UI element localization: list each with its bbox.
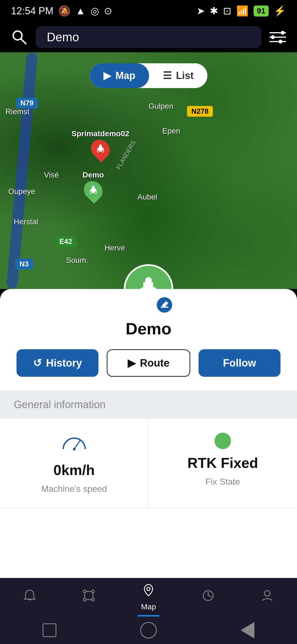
road-n278: N278	[187, 106, 213, 117]
home-circle-button[interactable]	[139, 621, 158, 640]
route-icon: ▶	[128, 357, 136, 369]
label-riemst: Riemst	[6, 107, 29, 116]
battery-charging-icon: ⊡	[223, 5, 231, 17]
general-info-title: General information	[14, 399, 106, 410]
edit-avatar-button[interactable]	[156, 296, 173, 314]
status-left: 12:54 PM 🔕 ▲ ◎ ⊙	[11, 5, 112, 17]
road-e42: E42	[55, 236, 76, 247]
svg-point-4	[279, 40, 282, 43]
map-area[interactable]: N79 N278 E42 N3 Riemst Gulpen Epen Visé …	[0, 52, 297, 289]
status-right: ➤ ✱ ⊡ 📶 91 ⚡	[197, 5, 286, 17]
circle-icon: ⊙	[104, 5, 112, 17]
follow-label: Follow	[223, 357, 256, 369]
label-herve: Herve	[105, 244, 125, 252]
clock-icon	[201, 589, 215, 606]
vehicle-name: Demo	[0, 289, 297, 349]
svg-point-46	[265, 591, 270, 596]
search-input-value[interactable]: Demo	[47, 30, 79, 44]
send-icon: ➤	[197, 5, 205, 17]
nav-history[interactable]	[201, 589, 215, 606]
marker-sprimat-pin	[87, 136, 114, 162]
svg-point-35	[83, 590, 86, 593]
history-label: History	[46, 357, 82, 369]
back-square-button[interactable]	[40, 621, 59, 640]
zones-icon	[82, 589, 96, 606]
road-n79: N79	[16, 98, 38, 108]
map-tab[interactable]: ▶ Map	[90, 63, 149, 88]
history-button[interactable]: ↺ History	[16, 349, 98, 377]
history-icon: ↺	[33, 357, 42, 369]
tractor-icon-large	[133, 274, 164, 289]
search-bar: Demo	[0, 22, 297, 52]
nav-zones[interactable]	[82, 589, 96, 606]
mute-icon: 🔕	[58, 5, 71, 17]
nav-map[interactable]: Map	[141, 583, 156, 611]
system-nav	[0, 616, 297, 644]
search-icon[interactable]	[8, 26, 30, 48]
nav-map-label: Map	[141, 602, 156, 611]
status-bar: 12:54 PM 🔕 ▲ ◎ ⊙ ➤ ✱ ⊡ 📶 91 ⚡	[0, 0, 297, 22]
marker-demo-label: Demo	[82, 171, 104, 179]
route-button[interactable]: ▶ Route	[107, 349, 190, 377]
label-soum: Soum.	[66, 256, 88, 265]
svg-line-1	[21, 39, 26, 44]
bell-icon	[23, 589, 37, 606]
svg-point-2	[281, 31, 285, 35]
action-buttons: ↺ History ▶ Route Follow	[0, 349, 297, 391]
speed-cell: 0km/h Machine's speed	[0, 419, 148, 508]
map-list-toggle[interactable]: ▶ Map ☰ List	[90, 63, 207, 88]
follow-button[interactable]: Follow	[199, 349, 280, 377]
speed-value: 0km/h	[53, 462, 95, 478]
filter-icon[interactable]	[267, 26, 289, 48]
square-icon	[43, 623, 56, 637]
svg-point-36	[92, 590, 94, 593]
speed-label: Machine's speed	[41, 484, 107, 494]
map-tab-icon: ▶	[103, 70, 111, 81]
svg-point-3	[271, 35, 275, 39]
label-epen: Epen	[162, 127, 180, 135]
nav-alerts[interactable]	[23, 589, 37, 606]
svg-point-43	[147, 587, 150, 591]
rtk-status-dot	[215, 433, 231, 449]
label-oupeye: Oupeye	[8, 187, 35, 196]
list-tab[interactable]: ☰ List	[149, 63, 207, 88]
map-tractor-fab[interactable]	[124, 264, 173, 289]
section-general-info: General information	[0, 391, 297, 419]
map-pin-icon	[142, 583, 155, 600]
svg-point-17	[99, 144, 101, 147]
route-label: Route	[140, 357, 170, 369]
search-input-container[interactable]: Demo	[36, 26, 261, 48]
list-tab-icon: ☰	[163, 70, 172, 81]
marker-demo-pin	[80, 177, 106, 204]
circle-icon	[140, 622, 157, 638]
marker-sprimat[interactable]: Sprimatdemo02	[72, 129, 129, 159]
nav-icon: ▲	[76, 5, 86, 17]
list-tab-label: List	[176, 70, 194, 81]
rtk-value: RTK Fixed	[187, 455, 258, 471]
label-gulpen: Gulpen	[148, 102, 173, 111]
label-aubel: Aubel	[138, 193, 157, 201]
nav-profile[interactable]	[260, 589, 274, 606]
marker-demo[interactable]: Demo	[82, 171, 104, 200]
triangle-icon	[241, 622, 254, 638]
charging-icon: ⚡	[274, 5, 286, 17]
label-vise: Visé	[44, 171, 59, 179]
svg-point-31	[145, 277, 152, 284]
road-n3: N3	[15, 259, 33, 269]
label-herstal: Herstal	[14, 217, 38, 226]
svg-point-34	[73, 448, 76, 451]
marker-sprimat-label: Sprimatdemo02	[72, 129, 129, 138]
map-tab-label: Map	[116, 70, 135, 81]
back-button[interactable]	[238, 621, 257, 640]
rtk-label: Fix State	[205, 477, 240, 487]
speedometer-icon	[61, 433, 88, 456]
status-time: 12:54 PM	[11, 5, 53, 17]
info-grid: 0km/h Machine's speed RTK Fixed Fix Stat…	[0, 419, 297, 508]
wifi-icon: 📶	[236, 5, 249, 17]
bluetooth-icon: ✱	[210, 5, 218, 17]
profile-icon	[260, 589, 274, 606]
rtk-cell: RTK Fixed Fix State	[148, 419, 297, 508]
bottom-nav: Map	[0, 578, 297, 616]
gps-icon: ◎	[90, 5, 99, 17]
battery-level: 91	[254, 6, 269, 17]
